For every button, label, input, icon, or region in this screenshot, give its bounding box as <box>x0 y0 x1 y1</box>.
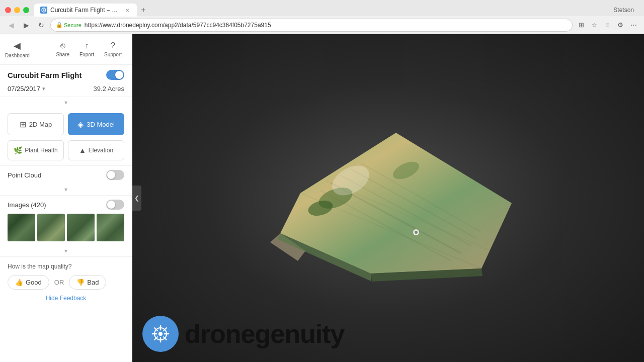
images-section: Images (420) <box>0 195 132 245</box>
images-toggle-slider <box>106 200 124 210</box>
3d-model-button[interactable]: ◈ 3D Model <box>68 113 124 135</box>
watermark: dronegenuity <box>142 316 344 352</box>
support-label: Support <box>104 52 122 57</box>
bookmark-icon[interactable]: ☆ <box>589 20 600 31</box>
image-thumb[interactable] <box>97 214 124 241</box>
watermark-brand-text: dronegenuity <box>185 319 344 349</box>
flight-date: 07/25/2017 <box>8 85 40 93</box>
svg-point-1 <box>43 10 45 11</box>
2d-map-button[interactable]: ⊞ 2D Map <box>8 113 64 135</box>
elevation-label: Elevation <box>89 147 113 154</box>
thumbs-up-icon: 👍 <box>15 279 23 286</box>
tab-close-button[interactable]: ✕ <box>124 7 131 14</box>
support-icon: ? <box>111 41 115 50</box>
browser-toolbar: ◀ ▶ ↻ 🔒 Secure https://www.dronedeploy.c… <box>0 16 644 34</box>
collapse-sidebar-button[interactable]: ❮ <box>132 186 141 211</box>
title-bar: Curcubit Farm Flight – DroneD… ✕ + Stets… <box>0 0 644 16</box>
image-thumb[interactable] <box>8 214 35 241</box>
acreage-label: 39.2 Acres <box>94 85 124 93</box>
plant-health-button[interactable]: 🌿 Plant Health <box>8 140 64 160</box>
2d-map-label: 2D Map <box>29 121 52 128</box>
view-buttons-row: ⊞ 2D Map ◈ 3D Model <box>0 108 132 140</box>
maximize-button[interactable] <box>23 7 29 13</box>
tab-bar: Curcubit Farm Flight – DroneD… ✕ + <box>34 4 613 17</box>
tab-favicon <box>40 7 47 14</box>
collapse-point-cloud-icon: ▾ <box>64 186 67 193</box>
collapse-header-icon: ▾ <box>64 99 67 106</box>
feedback-buttons: 👍 Good OR 👎 Bad <box>8 275 124 290</box>
collapse-images-icon: ▾ <box>64 247 67 254</box>
export-icon: ↑ <box>85 41 89 50</box>
hide-feedback-link[interactable]: Hide Feedback <box>8 295 124 302</box>
close-button[interactable] <box>5 7 11 13</box>
point-cloud-toggle-slider <box>106 170 124 180</box>
dashboard-label: Dashboard <box>5 53 30 58</box>
bad-feedback-button[interactable]: 👎 Bad <box>69 275 106 290</box>
refresh-nav-button[interactable]: ↻ <box>35 19 47 31</box>
more-icon[interactable]: ⋯ <box>628 20 639 31</box>
elevation-icon: ▲ <box>79 146 86 154</box>
date-selector[interactable]: 07/25/2017 ▾ <box>8 85 45 93</box>
date-row: 07/25/2017 ▾ 39.2 Acres <box>0 82 132 97</box>
export-button[interactable]: ↑ Export <box>74 38 99 60</box>
url-bar[interactable]: 🔒 Secure https://www.dronedeploy.com/app… <box>50 19 573 32</box>
flight-name-row: Curcubit Farm Flight <box>0 65 132 82</box>
collapse-point-cloud-button[interactable]: ▾ <box>0 184 132 195</box>
plant-health-label: Plant Health <box>25 147 57 154</box>
minimize-button[interactable] <box>14 7 20 13</box>
layer-buttons-row: 🌿 Plant Health ▲ Elevation <box>0 140 132 165</box>
url-text: https://www.dronedeploy.com/app2/data/59… <box>85 22 567 29</box>
images-toggle[interactable] <box>106 200 124 210</box>
images-grid <box>8 214 124 241</box>
good-label: Good <box>26 279 42 286</box>
share-label: Share <box>56 52 69 57</box>
collapse-images-button[interactable]: ▾ <box>0 245 132 256</box>
share-icon: ⎋ <box>60 41 65 50</box>
share-button[interactable]: ⎋ Share <box>51 38 74 60</box>
new-tab-button[interactable]: + <box>137 4 150 17</box>
toolbar-actions: ⊞ ☆ ≡ ⚙ ⋯ <box>576 20 639 31</box>
extensions-icon[interactable]: ⊞ <box>576 20 587 31</box>
reader-icon[interactable]: ≡ <box>602 20 613 31</box>
back-nav-button[interactable]: ◀ <box>5 19 17 31</box>
forward-nav-button[interactable]: ▶ <box>20 19 32 31</box>
good-feedback-button[interactable]: 👍 Good <box>8 275 49 290</box>
flight-toggle[interactable] <box>106 70 124 80</box>
collapse-sidebar-icon: ❮ <box>134 195 139 202</box>
watermark-logo <box>142 316 179 352</box>
app-layout: ◀ Dashboard ⎋ Share ↑ Export ? Support C… <box>0 34 644 362</box>
feedback-section: How is the map quality? 👍 Good OR 👎 Bad … <box>0 256 132 308</box>
feedback-question: How is the map quality? <box>8 263 124 270</box>
image-thumb[interactable] <box>37 214 65 241</box>
tab-title: Curcubit Farm Flight – DroneD… <box>50 7 121 14</box>
svg-point-18 <box>415 231 418 234</box>
collapse-header-button[interactable]: ▾ <box>0 97 132 108</box>
images-label: Images (420) <box>8 201 46 209</box>
devtools-icon[interactable]: ⚙ <box>615 20 626 31</box>
support-button[interactable]: ? Support <box>99 38 127 60</box>
3d-model-label: 3D Model <box>87 121 115 128</box>
date-dropdown-icon: ▾ <box>42 85 45 92</box>
sidebar: ◀ Dashboard ⎋ Share ↑ Export ? Support C… <box>0 34 132 362</box>
farm-3d-model <box>250 103 527 294</box>
3d-viewer[interactable]: ❮ <box>132 34 644 362</box>
feedback-or: OR <box>54 279 64 286</box>
svg-point-20 <box>158 332 163 336</box>
images-header: Images (420) <box>8 200 124 210</box>
user-name: Stetson <box>613 7 639 14</box>
traffic-lights <box>5 7 29 13</box>
thumbs-down-icon: 👎 <box>76 279 85 286</box>
point-cloud-row: Point Cloud <box>8 170 124 180</box>
dashboard-back-button[interactable]: ◀ Dashboard <box>5 37 35 61</box>
plant-health-icon: 🌿 <box>14 146 22 154</box>
elevation-button[interactable]: ▲ Elevation <box>68 140 124 160</box>
3d-model-icon: ◈ <box>77 120 84 129</box>
back-icon: ◀ <box>14 40 21 51</box>
active-tab[interactable]: Curcubit Farm Flight – DroneD… ✕ <box>34 4 137 17</box>
point-cloud-toggle[interactable] <box>106 170 124 180</box>
point-cloud-section: Point Cloud <box>0 165 132 184</box>
image-thumb[interactable] <box>67 214 95 241</box>
toggle-slider <box>106 70 124 80</box>
browser-chrome: Curcubit Farm Flight – DroneD… ✕ + Stets… <box>0 0 644 34</box>
bad-label: Bad <box>87 279 99 286</box>
